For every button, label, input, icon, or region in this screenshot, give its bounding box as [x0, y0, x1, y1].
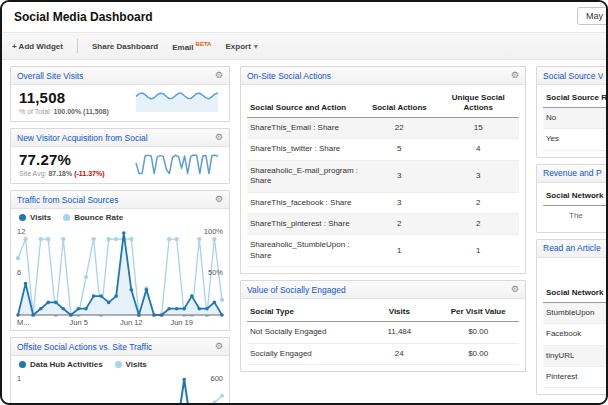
- column-header[interactable]: Social Actions: [361, 89, 437, 118]
- widget-body: Social Source and Action Social Actions …: [241, 85, 525, 273]
- widget-value-socially-engaged: Value of Socially Engaged Social Type Vi…: [240, 280, 526, 372]
- column-header[interactable]: Social Source and Action: [247, 89, 361, 118]
- table-cell: 1: [361, 235, 437, 267]
- widget-revenue-purchases: Revenue and P Social Network The: [536, 164, 608, 233]
- table-row: Not Socially Engaged11,484$0.00: [247, 322, 519, 343]
- gear-icon[interactable]: [215, 195, 223, 204]
- widget-header: Revenue and P: [537, 165, 608, 183]
- x-axis-tick: Jun 5: [70, 318, 88, 327]
- beta-badge: BETA: [196, 41, 212, 47]
- column-left: Overall Site Visits 11,508 % of Total: 1…: [10, 66, 230, 405]
- legend-dot-icon: [19, 361, 26, 368]
- export-button[interactable]: Export: [225, 42, 257, 51]
- widget-title-link[interactable]: Offsite Social Actions vs. Site Traffic: [17, 342, 152, 352]
- x-axis-labels: M... Jun 5 Jun 12 Jun 19: [15, 318, 225, 330]
- no-data-note: The: [543, 206, 608, 226]
- widget-body: Social Network StumbleUponFacebooktinyUR…: [537, 280, 608, 395]
- widget-header: Traffic from Social Sources: [11, 191, 229, 209]
- table-cell: 24: [361, 343, 437, 364]
- widget-traffic-from-social-sources: Traffic from Social Sources Visits Bounc…: [10, 190, 230, 331]
- read-article-table: Social Network StumbleUponFacebooktinyUR…: [543, 284, 608, 389]
- widget-title-link[interactable]: On-Site Social Actions: [247, 71, 331, 81]
- metric-value: 77.27%: [19, 151, 105, 168]
- column-header[interactable]: Visits: [361, 303, 437, 322]
- sub-delta-negative: (-11.37%): [74, 170, 104, 177]
- chart-legend: Data Hub Activities Visits: [11, 356, 229, 371]
- table-row: tinyURL: [543, 345, 608, 366]
- legend-label: Visits: [126, 360, 147, 369]
- metric-block: 11,508 % of Total: 100.00% (11,508): [19, 89, 109, 115]
- gear-icon[interactable]: [215, 71, 223, 80]
- table-header-row: Social Network: [543, 187, 608, 206]
- social-source-table: Social Source Referral NoYes: [543, 89, 608, 151]
- sub-value: 87.18%: [48, 170, 72, 177]
- legend-label: Visits: [30, 213, 51, 222]
- email-button[interactable]: EmailBETA: [172, 41, 211, 52]
- gear-icon[interactable]: [511, 71, 519, 80]
- widget-header: On-Site Social Actions: [241, 67, 525, 85]
- page-title: Social Media Dashboard: [14, 10, 153, 24]
- widget-title-link[interactable]: New Visitor Acquisition from Social: [17, 133, 148, 143]
- widget-title-link[interactable]: Revenue and P: [543, 168, 602, 178]
- overall-visits-sparkline: [133, 89, 221, 115]
- table-row: No: [543, 108, 608, 129]
- table-cell: ShareThis_twitter : Share: [247, 139, 361, 160]
- table-cell: ShareThis_Email : Share: [247, 118, 361, 139]
- offsite-actions-line-chart: 1 600: [15, 373, 225, 405]
- table-cell: 22: [361, 118, 437, 139]
- widget-overall-site-visits: Overall Site Visits 11,508 % of Total: 1…: [10, 66, 230, 122]
- widget-title-link[interactable]: Traffic from Social Sources: [17, 195, 119, 205]
- table-header-row: Social Source Referral: [543, 89, 608, 108]
- column-middle: On-Site Social Actions Social Source and…: [240, 66, 526, 378]
- table-row: Pinterest: [543, 366, 608, 387]
- gear-icon[interactable]: [215, 342, 223, 351]
- table-cell: ShareThis_facebook : Share: [247, 192, 361, 213]
- table-cell: 5: [361, 139, 437, 160]
- column-header[interactable]: Social Source Referral: [543, 89, 608, 108]
- column-header[interactable]: Social Type: [247, 303, 361, 322]
- metric-subtext: Site Avg: 87.18% (-11.37%): [19, 170, 105, 177]
- toolbar-divider: [77, 39, 78, 53]
- legend-item-visits: Visits: [19, 213, 51, 222]
- table-cell: 3: [437, 160, 519, 192]
- widget-body: Social Source Referral NoYes: [537, 85, 608, 157]
- offsite-social-actions-vs-site-traffic-svg: [15, 373, 225, 405]
- metric-subtext: % of Total: 100.00% (11,508): [19, 108, 109, 115]
- table-cell: 2: [437, 213, 519, 234]
- x-axis-tick: M...: [17, 318, 30, 327]
- table-cell: 2: [437, 192, 519, 213]
- legend-item-bounce-rate: Bounce Rate: [63, 213, 123, 222]
- column-header[interactable]: Unique Social Actions: [437, 89, 519, 118]
- share-dashboard-button[interactable]: Share Dashboard: [92, 42, 158, 51]
- table-cell: 1: [437, 235, 519, 267]
- table-cell: Not Socially Engaged: [247, 322, 361, 343]
- widget-body: Social Network The: [537, 183, 608, 232]
- dashboard-toolbar: + Add Widget Share Dashboard EmailBETA E…: [2, 33, 606, 60]
- widget-onsite-social-actions: On-Site Social Actions Social Source and…: [240, 66, 526, 274]
- widget-title-link[interactable]: Read an Article: [543, 243, 601, 253]
- date-range-button[interactable]: May: [577, 7, 608, 25]
- sub-value: 100.00%: [54, 108, 82, 115]
- screenshot-frame: Social Media Dashboard May + Add Widget …: [0, 0, 608, 405]
- column-header[interactable]: Social Network: [543, 187, 608, 206]
- column-header[interactable]: Social Network: [543, 284, 608, 303]
- widget-offsite-social-actions: Offsite Social Actions vs. Site Traffic …: [10, 337, 230, 405]
- widget-title-link[interactable]: Overall Site Visits: [17, 71, 83, 81]
- x-axis-tick: Jun 19: [170, 318, 193, 327]
- widget-body: 77.27% Site Avg: 87.18% (-11.37%): [11, 147, 229, 183]
- table-row: Shareaholic_E-mail_program : Share33: [247, 160, 519, 192]
- legend-item-data-hub: Data Hub Activities: [19, 360, 103, 369]
- add-widget-button[interactable]: + Add Widget: [12, 42, 63, 51]
- table-row: Facebook: [543, 324, 608, 345]
- gear-icon[interactable]: [511, 285, 519, 294]
- widget-title-link[interactable]: Value of Socially Engaged: [247, 285, 346, 295]
- table-cell: Pinterest: [543, 366, 608, 387]
- widget-title-link[interactable]: Social Source V: [543, 71, 603, 81]
- table-cell: 2: [361, 213, 437, 234]
- table-row: StumbleUpon: [543, 302, 608, 323]
- table-cell: $0.00: [437, 343, 519, 364]
- gear-icon[interactable]: [215, 133, 223, 142]
- onsite-actions-table: Social Source and Action Social Actions …: [247, 89, 519, 267]
- column-header[interactable]: Per Visit Value: [437, 303, 519, 322]
- widget-header: Offsite Social Actions vs. Site Traffic: [11, 338, 229, 356]
